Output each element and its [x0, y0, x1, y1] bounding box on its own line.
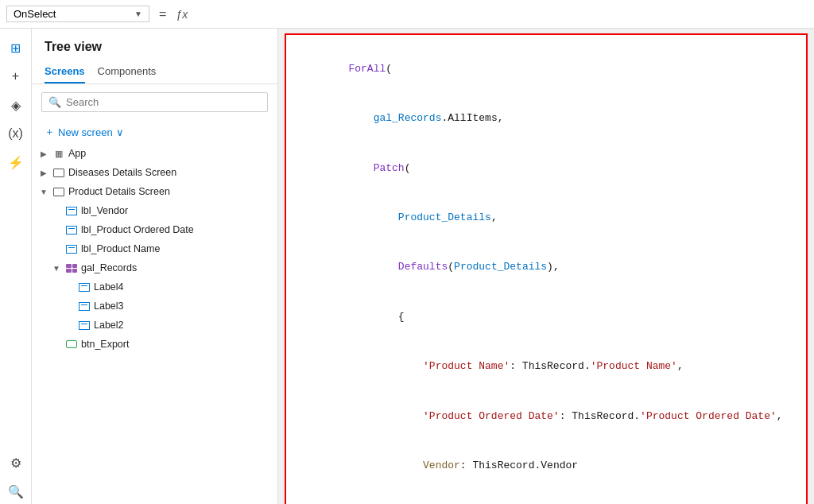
expand-icon-diseases: ▶ [38, 169, 49, 177]
tree-item-label3[interactable]: Label3 [32, 297, 277, 316]
code-line-8: 'Product Ordered Date': ThisRecord.'Prod… [299, 392, 793, 441]
tree-item-lbl-name[interactable]: lbl_Product Name [32, 239, 277, 258]
label-icon-2 [78, 319, 91, 331]
code-line-6: { [299, 293, 793, 342]
top-bar: OnSelect ▼ = ƒx [0, 0, 814, 29]
app-icon: ▦ [52, 147, 65, 160]
label-icon-name [65, 242, 78, 255]
tree-item-label2[interactable]: Label2 [32, 316, 277, 335]
expand-icon-gal: ▼ [51, 264, 62, 273]
label-icon-vendor [65, 204, 78, 217]
code-line-2: gal_Records.AllItems, [299, 94, 793, 143]
formula-dropdown-label: OnSelect [14, 8, 56, 20]
tree-panel: Tree view Screens Components 🔍 ＋ New scr… [32, 29, 278, 504]
main-layout: ⊞ + ◈ (x) ⚡ ⚙ 🔍 Tree view Screens Compon… [0, 29, 814, 504]
code-line-5: Defaults(Product_Details), [299, 243, 793, 293]
label4-label: Label4 [94, 281, 271, 293]
tree-items: ▶ ▦ App ▶ Diseases Details Screen ▼ Prod… [32, 144, 277, 504]
icon-sidebar: ⊞ + ◈ (x) ⚡ ⚙ 🔍 [0, 29, 32, 504]
screen-icon-product [52, 185, 65, 198]
label-icon-4 [78, 281, 91, 293]
app-label: App [68, 148, 271, 159]
diseases-label: Diseases Details Screen [68, 167, 271, 178]
label2-label: Label2 [94, 320, 271, 331]
label-icon-3 [78, 300, 91, 312]
code-line-3: Patch( [299, 144, 793, 193]
component-icon[interactable]: ◈ [3, 92, 29, 118]
lbl-vendor-label: lbl_Vendor [81, 205, 271, 216]
tree-item-lbl-ordered[interactable]: lbl_Product Ordered Date [32, 220, 277, 239]
tree-item-gal-records[interactable]: ▼ gal_Records [32, 258, 277, 277]
gallery-icon [65, 262, 78, 274]
btn-export-label: btn_Export [81, 339, 271, 350]
button-ctrl-icon [65, 338, 78, 351]
search-icon: 🔍 [48, 96, 61, 108]
add-control-icon[interactable]: + [3, 64, 29, 89]
tree-item-lbl-vendor[interactable]: lbl_Vendor [32, 201, 277, 220]
expand-icon-app: ▶ [38, 149, 49, 158]
code-line-9: Vendor: ThisRecord.Vendor [299, 441, 793, 490]
tab-components[interactable]: Components [98, 60, 157, 83]
product-screen-label: Product Details Screen [68, 186, 271, 197]
code-line-7: 'Product Name': ThisRecord.'Product Name… [299, 342, 793, 391]
tree-item-label4[interactable]: Label4 [32, 277, 277, 297]
expand-icon-product: ▼ [38, 188, 49, 196]
label3-label: Label3 [94, 300, 271, 312]
code-line-10: } [299, 491, 793, 504]
keyword-forall: ForAll [348, 63, 386, 75]
new-screen-chevron: ∨ [116, 126, 124, 138]
tree-item-btn-export[interactable]: btn_Export ··· [32, 335, 277, 354]
tree-tabs: Screens Components [32, 60, 277, 84]
gal-records-label: gal_Records [81, 262, 271, 273]
right-content: ForAll( gal_Records.AllItems, Patch( Pro… [278, 29, 814, 504]
tree-item-product[interactable]: ▼ Product Details Screen [32, 182, 277, 201]
search-box[interactable]: 🔍 [41, 92, 268, 112]
plus-icon: ＋ [45, 125, 55, 139]
label-icon-ordered [65, 223, 78, 236]
tab-screens[interactable]: Screens [45, 60, 85, 83]
screen-icon-diseases [52, 166, 65, 179]
fx-icon: ƒx [176, 8, 188, 21]
tree-item-app[interactable]: ▶ ▦ App [32, 144, 277, 163]
new-screen-label: New screen [58, 126, 113, 138]
equals-sign: = [156, 7, 169, 21]
variable-icon[interactable]: (x) [3, 121, 29, 146]
code-line-4: Product_Details, [299, 193, 793, 242]
formula-dropdown[interactable]: OnSelect ▼ [6, 6, 149, 22]
tree-view-icon[interactable]: ⊞ [3, 35, 29, 60]
chevron-down-icon: ▼ [134, 10, 142, 18]
code-line-1: ForAll( [299, 45, 793, 94]
connector-icon[interactable]: ⚡ [3, 149, 29, 175]
lbl-name-label: lbl_Product Name [81, 243, 271, 254]
lbl-ordered-label: lbl_Product Ordered Date [81, 224, 271, 235]
tree-view-title: Tree view [32, 29, 277, 60]
settings-icon[interactable]: ⚙ [3, 450, 29, 475]
new-screen-button[interactable]: ＋ New screen ∨ [32, 120, 277, 144]
tree-item-diseases[interactable]: ▶ Diseases Details Screen [32, 163, 277, 182]
code-editor[interactable]: ForAll( gal_Records.AllItems, Patch( Pro… [285, 33, 808, 504]
search-sidebar-icon[interactable]: 🔍 [3, 479, 29, 504]
search-input[interactable] [66, 96, 261, 108]
